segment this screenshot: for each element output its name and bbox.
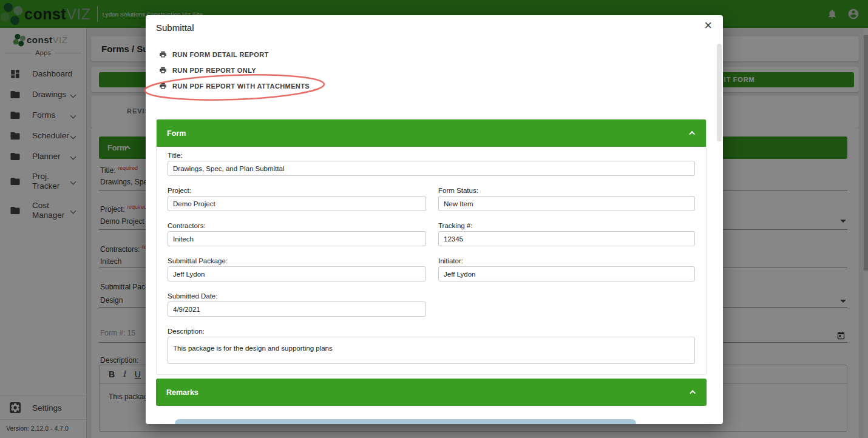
printer-icon [159, 66, 167, 74]
modal-title: Submittal [156, 22, 194, 33]
printer-icon [159, 82, 167, 90]
chevron-up-icon [689, 131, 695, 137]
tracking-number-label: Tracking #: [438, 222, 695, 229]
form-section-header[interactable]: Form [157, 120, 706, 147]
form-status-label: Form Status: [438, 187, 695, 194]
form-status-input[interactable] [438, 196, 695, 211]
description-textarea[interactable]: This package is for the design and suppo… [168, 337, 695, 364]
remarks-section-header[interactable]: Remarks [156, 379, 707, 406]
title-label: Title: [168, 152, 695, 159]
tracking-number-input[interactable] [438, 231, 695, 246]
initiator-input[interactable] [438, 266, 695, 281]
modal-form-section: Form Title: Project: Form Status: Contra… [156, 119, 707, 375]
submittal-package-label: Submittal Package: [168, 257, 426, 264]
chevron-up-icon [690, 390, 696, 396]
initiator-label: Initiator: [438, 257, 695, 264]
submittal-package-input[interactable] [168, 266, 426, 281]
modal-scrollbar-thumb[interactable] [717, 44, 722, 141]
submitted-date-input[interactable] [168, 302, 426, 317]
remarks-table-header [175, 419, 636, 424]
description-label: Description: [168, 328, 695, 335]
contractors-input[interactable] [168, 231, 426, 246]
contractors-label: Contractors: [168, 222, 426, 229]
run-pdf-report-with-attachments-link[interactable]: RUN PDF REPORT WITH ATTACHMENTS [159, 82, 310, 90]
submitted-date-label: Submitted Date: [168, 292, 426, 300]
run-form-detail-report-link[interactable]: RUN FORM DETAIL REPORT [159, 50, 269, 58]
project-label: Project: [168, 187, 426, 194]
printer-icon [159, 50, 167, 58]
title-input[interactable] [168, 161, 695, 176]
submittal-modal: Submittal × RUN FORM DETAIL REPORT RUN P… [146, 15, 723, 424]
project-input[interactable] [168, 196, 426, 211]
run-pdf-report-only-link[interactable]: RUN PDF REPORT ONLY [159, 66, 256, 74]
close-icon[interactable]: × [704, 19, 712, 32]
